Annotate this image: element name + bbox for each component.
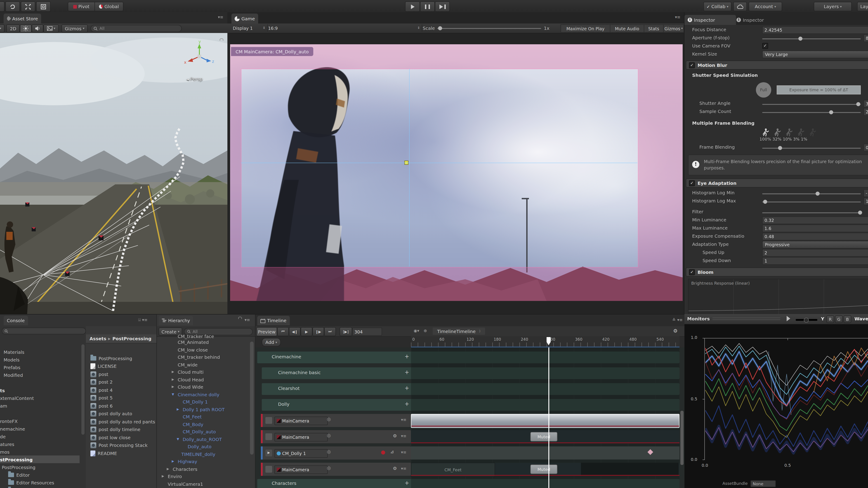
track-group-cinemachine-basic[interactable]: Cinemachine basic +	[262, 367, 680, 379]
current-frame-field[interactable]: 304	[352, 328, 382, 336]
timeline-play-button[interactable]: ▶	[301, 327, 312, 336]
folder-item[interactable]: mos	[0, 448, 9, 455]
add-track-button[interactable]: Add▾	[262, 338, 281, 347]
display-dropdown[interactable]: Display 1⇕	[231, 24, 268, 32]
folder-item[interactable]: ronteFX	[0, 418, 18, 425]
layout-dropdown[interactable]: Lay	[857, 2, 868, 11]
breadcrumb-root[interactable]: Assets	[90, 336, 106, 341]
track-binding-field[interactable]: MainCamera	[274, 417, 328, 425]
prev-frame-button[interactable]: ◀❙	[289, 327, 301, 336]
track-group-clearshot[interactable]: Clearshot +	[262, 383, 680, 395]
motion-blur-checkbox[interactable]: ✓	[689, 62, 695, 68]
file-item[interactable]: Post Processing Stack	[90, 442, 148, 449]
axis-gizmo[interactable]: y z x	[183, 40, 216, 73]
track-view-icon[interactable]: ◉▾	[414, 328, 419, 333]
hist-log-max-slider[interactable]	[762, 201, 861, 202]
collab-button[interactable]: ✓ Collab▾	[704, 2, 732, 11]
mute-audio-button[interactable]: Mute Audio	[610, 24, 644, 33]
aperture-slider[interactable]	[762, 38, 861, 39]
stats-button[interactable]: Stats	[644, 24, 664, 33]
timeline-ruler[interactable]: 0 60 120 180 240 300 360 420 480 540	[411, 336, 680, 347]
project-breadcrumb[interactable]: Assets ▶ PostProcessing	[86, 334, 156, 344]
folder-item[interactable]: Editor	[8, 471, 30, 479]
filter-slider[interactable]	[762, 213, 861, 213]
next-frame-button[interactable]: ❙▶	[312, 327, 324, 336]
track-group-characters[interactable]: Characters +	[257, 479, 680, 488]
track-binding-field[interactable]: CM_Dolly 1	[274, 449, 328, 458]
file-item[interactable]: post 4	[90, 386, 113, 394]
add-clip-button[interactable]: +	[405, 480, 409, 486]
track-options-icon[interactable]: ▾≡	[401, 450, 406, 455]
object-picker-icon[interactable]: ◎	[327, 465, 331, 470]
hierarchy-item[interactable]: ▶Cloud Head	[170, 376, 204, 383]
speed-down-field[interactable]: 1	[762, 257, 868, 265]
folder-item[interactable]: ts	[0, 387, 5, 394]
file-item[interactable]: post 2	[90, 378, 113, 385]
file-item[interactable]: post dolly timeline	[90, 426, 141, 433]
track-group-cinemachine[interactable]: Cinemachine +	[257, 352, 680, 363]
2d-toggle-button[interactable]: 2D	[6, 24, 20, 33]
adaptation-type-dropdown[interactable]: Progressive	[762, 241, 868, 249]
folder-item[interactable]: de	[0, 433, 6, 440]
tab-console[interactable]: Console	[4, 316, 28, 325]
curves-icon[interactable]: ⊿	[390, 449, 394, 454]
folder-item-selected[interactable]: stProcessing	[0, 456, 33, 463]
scene-panel-menu-icon[interactable]: ▾≡	[218, 15, 223, 20]
account-dropdown[interactable]: Account▾	[749, 2, 782, 11]
hierarchy-item[interactable]: Dolly_auto	[180, 443, 212, 450]
track-maincamera-2[interactable]: MainCamera ◎ ⚙ ▾≡	[261, 430, 411, 443]
waveform-mode-label[interactable]: Wavef	[855, 316, 868, 321]
hierarchy-item[interactable]: ▶Cloud Wide	[170, 383, 203, 390]
folder-item[interactable]: Modified	[4, 371, 23, 379]
goto-end-button[interactable]: ⏭	[324, 327, 336, 336]
min-luminance-field[interactable]: 0.32	[762, 217, 868, 224]
marker-icon[interactable]: ⊕	[424, 328, 427, 333]
motion-blur-header[interactable]: ✓ Motion Blur	[686, 61, 868, 70]
focus-distance-field[interactable]: 2.42545	[762, 26, 868, 34]
scene-gizmos-dropdown[interactable]: Gizmos▾	[61, 24, 88, 33]
game-viewport[interactable]: CM MainCamera: CM_Dolly_auto	[230, 44, 683, 301]
assetbundle-dropdown[interactable]: None	[750, 480, 776, 487]
channel-r-button[interactable]: R	[827, 315, 834, 323]
bloom-header[interactable]: ✓ Bloom	[686, 267, 868, 276]
hierarchy-item[interactable]: ▶Dolly 1 path ROOT	[176, 406, 224, 413]
folder-item[interactable]: Prefabs	[4, 364, 20, 371]
file-item[interactable]: post dolly auto red pants	[90, 418, 155, 425]
aperture-value-field[interactable]: 8	[864, 34, 868, 42]
effects-dropdown-button[interactable]: ▾	[43, 24, 59, 33]
tab-inspector-inactive[interactable]: i Inspector	[733, 15, 785, 25]
console-menu-icons[interactable]: ⌸ ▾≡	[138, 318, 148, 323]
frame-blending-slider[interactable]	[762, 148, 861, 149]
exposure-compensation-field[interactable]: 0.48	[762, 233, 868, 240]
hist-log-min-field[interactable]: -	[864, 189, 868, 197]
add-clip-button[interactable]: +	[405, 353, 409, 360]
preview-toggle-button[interactable]: Preview	[256, 327, 277, 336]
monitors-play-icon[interactable]	[786, 316, 790, 321]
hierarchy-item[interactable]: ▼Dolly_auto_ROOT	[176, 435, 222, 443]
layers-dropdown[interactable]: Layers▾	[814, 2, 852, 11]
file-item[interactable]: post 6	[90, 402, 113, 410]
folder-item[interactable]: am	[0, 402, 7, 410]
global-toggle-button[interactable]: Global	[94, 2, 123, 11]
track-maincamera-3[interactable]: MainCamera ◎ ⚙ ▾≡	[261, 463, 411, 476]
play-button[interactable]	[405, 1, 420, 12]
tab-hierarchy[interactable]: Hierarchy	[159, 316, 193, 325]
folder-item[interactable]: Editor Resources	[8, 479, 54, 486]
play-range-button[interactable]: [▶]	[340, 327, 352, 336]
object-picker-icon[interactable]: ◎	[327, 433, 331, 438]
scene-viewport[interactable]: y z x ◄ Persp	[0, 33, 227, 314]
file-item[interactable]: post 5	[90, 394, 113, 401]
file-item[interactable]: README	[90, 450, 117, 457]
aspect-dropdown[interactable]: 16:9⇕	[266, 24, 422, 32]
track-cm-dolly-1[interactable]: ▶ CM_Dolly 1 ◎ ⊿ ▾≡	[261, 447, 411, 459]
step-button[interactable]	[435, 1, 450, 12]
track-maincamera-1[interactable]: MainCamera ◎ ▾≡	[261, 414, 411, 427]
pivot-toggle-button[interactable]: Pivot	[68, 2, 95, 11]
shutter-angle-field[interactable]: 3	[864, 100, 868, 107]
playhead-line[interactable]	[548, 348, 549, 488]
record-dot-icon[interactable]	[381, 451, 385, 455]
hierarchy-menu-icon[interactable]: ▾≡	[245, 318, 250, 322]
hierarchy-item[interactable]: ▶Characters	[165, 465, 197, 473]
hierarchy-item[interactable]: CM_Animated	[170, 338, 209, 346]
maximize-on-play-button[interactable]: Maximize On Play	[561, 24, 610, 33]
